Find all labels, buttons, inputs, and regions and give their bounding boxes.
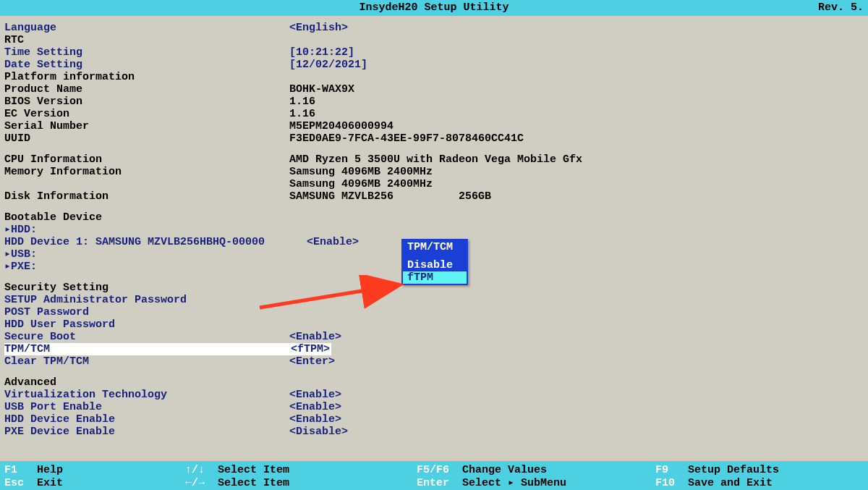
- virt-label[interactable]: Virtualization Technology: [4, 389, 289, 401]
- hint-leftright: ←/→ Select Item: [185, 477, 417, 490]
- bios-header: InsydeH20 Setup Utility Rev. 5.: [0, 0, 868, 16]
- hdd-dev-value[interactable]: <Enable>: [289, 413, 864, 426]
- boot-hdd[interactable]: ▸HDD:: [4, 224, 289, 236]
- mem-value: Samsung 4096MB 2400MHz: [289, 166, 864, 178]
- usb-port-label[interactable]: USB Port Enable: [4, 401, 289, 413]
- boot-hdd1-label[interactable]: HDD Device 1: SAMSUNG MZVLB256HBHQ-00000: [4, 236, 307, 248]
- hint-f1: F1 Help: [4, 464, 185, 477]
- secure-boot-value[interactable]: <Enable>: [289, 331, 864, 343]
- boot-hdd1-value[interactable]: <Enable>: [307, 236, 864, 248]
- hint-enter: Enter Select ▸ SubMenu: [417, 477, 655, 490]
- rtc-label: RTC: [4, 34, 289, 46]
- bios-footer: F1 Help Esc Exit ↑/↓ Select Item ←/→ Sel…: [0, 461, 868, 490]
- date-value[interactable]: [12/02/2021]: [289, 59, 864, 71]
- serial-value: M5EPM20406000994: [289, 120, 864, 132]
- language-label[interactable]: Language: [4, 22, 289, 34]
- mem-label: Memory Information: [4, 166, 289, 178]
- date-label[interactable]: Date Setting: [4, 59, 289, 71]
- hint-f5f6: F5/F6 Change Values: [417, 464, 655, 477]
- clear-tpm-label[interactable]: Clear TPM/TCM: [4, 355, 289, 368]
- hint-f10: F10 Save and Exit: [655, 477, 864, 490]
- ec-ver-value: 1.16: [289, 108, 864, 120]
- platform-label: Platform information: [4, 71, 289, 83]
- time-value[interactable]: [10:21:22]: [289, 46, 864, 59]
- setup-admin-pw[interactable]: SETUP Administrator Password: [4, 294, 289, 306]
- disk-label: Disk Information: [4, 190, 289, 203]
- boot-usb[interactable]: ▸USB:: [4, 248, 289, 261]
- hdd-user-pw[interactable]: HDD User Password: [4, 318, 289, 331]
- usb-port-value[interactable]: <Enable>: [289, 401, 864, 413]
- advanced-section: Advanced: [4, 376, 289, 389]
- boot-pxe[interactable]: ▸PXE:: [4, 261, 289, 273]
- time-label[interactable]: Time Setting: [4, 46, 289, 59]
- tpm-tcm-label[interactable]: TPM/TCM: [4, 343, 289, 355]
- cpu-label: CPU Information: [4, 153, 289, 166]
- language-value[interactable]: <English>: [289, 22, 864, 34]
- header-title: InsydeH20 Setup Utility: [359, 1, 509, 14]
- hint-updown: ↑/↓ Select Item: [185, 464, 417, 477]
- tpm-tcm-value[interactable]: <fTPM>: [289, 343, 864, 355]
- cpu-value: AMD Ryzen 5 3500U with Radeon Vega Mobil…: [289, 153, 864, 166]
- clear-tpm-value[interactable]: <Enter>: [289, 355, 864, 368]
- product-label: Product Name: [4, 83, 289, 96]
- disk-value: SAMSUNG MZVLB256XXXXXXXXX 256GB: [289, 190, 864, 203]
- virt-value[interactable]: <Enable>: [289, 389, 864, 401]
- popup-option-disable[interactable]: Disable: [403, 259, 467, 271]
- serial-label: Serial Number: [4, 120, 289, 132]
- post-pw[interactable]: POST Password: [4, 306, 289, 318]
- ec-ver-label: EC Version: [4, 108, 289, 120]
- mem-value-2: Samsung 4096MB 2400MHz: [289, 178, 864, 190]
- secure-boot-label[interactable]: Secure Boot: [4, 331, 289, 343]
- tpm-popup[interactable]: TPM/TCM Disable fTPM: [401, 239, 468, 285]
- security-section: Security Setting: [4, 282, 289, 294]
- product-value: BOHK-WAX9X: [289, 83, 864, 96]
- pxe-dev-label[interactable]: PXE Device Enable: [4, 426, 289, 438]
- hint-f9: F9 Setup Defaults: [655, 464, 864, 477]
- header-rev: Rev. 5.: [818, 0, 864, 16]
- hint-esc: Esc Exit: [4, 477, 185, 490]
- bios-ver-label: BIOS Version: [4, 96, 289, 108]
- bootable-section: Bootable Device: [4, 211, 289, 224]
- bios-ver-value: 1.16: [289, 96, 864, 108]
- tpm-popup-title: TPM/TCM: [403, 240, 467, 255]
- uuid-label: UUID: [4, 132, 289, 145]
- popup-option-ftpm[interactable]: fTPM: [403, 271, 467, 284]
- hdd-dev-label[interactable]: HDD Device Enable: [4, 413, 289, 426]
- pxe-dev-value[interactable]: <Disable>: [289, 426, 864, 438]
- uuid-value: F3ED0AE9-7FCA-43EE-99F7-8078460CC41C: [289, 132, 864, 145]
